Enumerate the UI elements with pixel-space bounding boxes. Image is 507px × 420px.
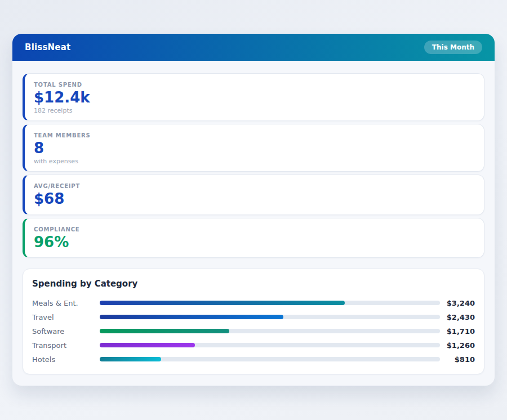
chart-row-software: Software $1,710: [32, 324, 475, 338]
chart-title: Spending by Category: [32, 279, 475, 289]
stat-label: TEAM MEMBERS: [34, 132, 475, 138]
dashboard-content: TOTAL SPEND $12.4k 182 receipts TEAM MEM…: [12, 61, 495, 386]
category-value: $810: [440, 355, 475, 364]
stat-value: 96%: [34, 234, 475, 251]
chart-row-travel: Travel $2,430: [32, 310, 475, 324]
category-label: Hotels: [32, 355, 100, 364]
app-title: BlissNeat: [25, 42, 70, 52]
chart-row-transport: Transport $1,260: [32, 338, 475, 352]
stat-card-team-members: TEAM MEMBERS 8 with expenses: [23, 124, 484, 172]
dashboard-panel: BlissNeat This Month TOTAL SPEND $12.4k …: [12, 34, 495, 386]
chart-row-hotels: Hotels $810: [32, 352, 475, 367]
bar-fill-transport: [100, 343, 195, 347]
bar-track: [100, 357, 440, 361]
stat-label: AVG/RECEIPT: [34, 183, 475, 189]
category-label: Transport: [32, 341, 100, 350]
stat-subtext: 182 receipts: [34, 107, 475, 114]
bar-fill-software: [100, 329, 229, 333]
bar-track: [100, 343, 440, 347]
bar-track: [100, 301, 440, 305]
stat-value: $68: [34, 190, 475, 208]
category-label: Software: [32, 327, 100, 336]
stat-label: COMPLIANCE: [34, 226, 475, 233]
spending-by-category-card: Spending by Category Meals & Ent. $3,240…: [23, 269, 484, 374]
stat-value: 8: [34, 140, 475, 157]
category-value: $1,710: [440, 327, 475, 336]
stat-subtext: with expenses: [34, 158, 475, 165]
bar-fill-meals: [100, 301, 345, 305]
bar-fill-travel: [100, 315, 283, 319]
stat-label: TOTAL SPEND: [34, 82, 475, 88]
category-value: $1,260: [440, 341, 475, 350]
category-value: $3,240: [440, 299, 475, 307]
bar-track: [100, 315, 440, 319]
stat-card-total-spend: TOTAL SPEND $12.4k 182 receipts: [23, 73, 484, 121]
stat-card-avg-receipt: AVG/RECEIPT $68: [23, 175, 484, 215]
chart-row-meals: Meals & Ent. $3,240: [32, 296, 475, 310]
period-badge[interactable]: This Month: [424, 41, 482, 54]
bar-track: [100, 329, 440, 333]
stat-value: $12.4k: [34, 89, 475, 106]
category-label: Meals & Ent.: [32, 299, 100, 307]
category-label: Travel: [32, 313, 100, 321]
stat-card-compliance: COMPLIANCE 96%: [23, 218, 484, 258]
bar-fill-hotels: [100, 357, 161, 361]
app-header: BlissNeat This Month: [12, 34, 495, 61]
category-value: $2,430: [440, 313, 475, 321]
